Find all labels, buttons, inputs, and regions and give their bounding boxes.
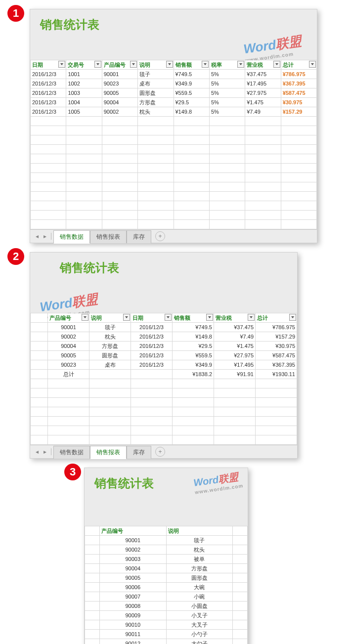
table-row[interactable]: 90001毯子2016/12/3¥749.5¥37.475¥786.975 — [31, 323, 297, 332]
empty-row[interactable] — [31, 201, 317, 211]
table-row[interactable]: 90023桌布2016/12/3¥349.9¥17.495¥367.395 — [31, 360, 297, 370]
table-row[interactable]: 2016/12/3100190001毯子¥749.55%¥37.475¥786.… — [31, 70, 317, 79]
col-desc[interactable]: 说明 — [138, 60, 174, 70]
table-row[interactable]: 90006大碗 — [85, 583, 248, 592]
table-row[interactable]: 90004方形盘 — [85, 564, 248, 573]
col-biztax[interactable]: 营业税 — [214, 313, 256, 323]
table-row[interactable]: 90001毯子 — [85, 536, 248, 545]
filter-icon[interactable] — [58, 61, 65, 68]
col-desc: 说明 — [166, 526, 233, 536]
empty-row[interactable] — [31, 164, 317, 173]
table-row[interactable]: 90005圆形盘 — [85, 573, 248, 583]
tab-inventory[interactable]: 库存 — [127, 230, 151, 243]
step-badge-3: 3 — [64, 464, 81, 480]
panel-title: 销售统计表 — [94, 476, 154, 490]
filter-icon[interactable] — [82, 314, 88, 321]
empty-row[interactable] — [31, 220, 317, 229]
table-row[interactable]: 2016/12/3100290023桌布¥349.95%¥17.495¥367.… — [31, 79, 317, 88]
empty-row[interactable] — [31, 407, 297, 417]
nav-next-icon[interactable]: ▸ — [42, 233, 48, 240]
step-badge-2: 2 — [7, 248, 24, 265]
empty-row[interactable] — [31, 173, 317, 182]
table-row[interactable]: 总计¥1838.2¥91.91¥1930.11 — [31, 370, 297, 379]
empty-row[interactable] — [31, 145, 317, 154]
filter-icon[interactable] — [248, 314, 255, 321]
nav-prev-icon[interactable]: ◂ — [34, 233, 41, 240]
add-sheet-icon[interactable]: + — [155, 447, 165, 457]
nav-prev-icon[interactable]: ◂ — [34, 448, 41, 455]
table-row[interactable]: 90007小碗 — [85, 592, 248, 601]
empty-row[interactable] — [31, 135, 317, 145]
col-biztax[interactable]: 营业税 — [245, 60, 281, 70]
col-tax[interactable]: 税率 — [209, 60, 245, 70]
empty-row[interactable] — [31, 379, 297, 388]
table-row[interactable]: 90010大叉子 — [85, 620, 248, 630]
filter-icon[interactable] — [289, 314, 296, 321]
filter-icon[interactable] — [237, 61, 244, 68]
empty-row[interactable] — [31, 126, 317, 135]
col-desc[interactable]: 说明 — [89, 313, 131, 323]
table-row[interactable]: 90012大勺子 — [85, 639, 248, 644]
empty-row[interactable] — [31, 192, 317, 201]
table-row[interactable]: 90008小圆盘 — [85, 601, 248, 611]
filter-icon[interactable] — [273, 61, 280, 68]
empty-row[interactable] — [31, 388, 297, 398]
table-row[interactable]: 2016/12/3100390005圆形盘¥559.55%¥27.975¥587… — [31, 88, 317, 98]
empty-row[interactable] — [31, 211, 317, 220]
panel-sales-report: Word联盟 www.wordlm.com 销售统计表 产品编号 说明 日期 销… — [30, 252, 298, 459]
table-row[interactable]: 90005圆形盘2016/12/3¥559.5¥27.975¥587.475 — [31, 351, 297, 360]
sales-report-table: 产品编号 说明 日期 销售额 营业税 总计 90001毯子2016/12/3¥7… — [30, 313, 297, 445]
empty-row[interactable] — [31, 417, 297, 426]
filter-icon[interactable] — [166, 61, 173, 68]
col-sales[interactable]: 销售额 — [173, 313, 214, 323]
inventory-table: 产品编号 说明 90001毯子90002枕头90003被单90004方形盘900… — [85, 526, 248, 644]
table-row[interactable]: 90003被单 — [85, 555, 248, 564]
empty-row[interactable] — [31, 398, 297, 407]
empty-row[interactable] — [31, 426, 297, 435]
panel-sales-data: Word联盟 www.wordlm.com 销售统计表 日期 交易号 产品编号 … — [30, 9, 317, 243]
col-prod: 产品编号 — [100, 526, 167, 536]
filter-icon[interactable] — [123, 314, 130, 321]
panel-title: 销售统计表 — [40, 18, 99, 31]
add-sheet-icon[interactable]: + — [155, 231, 165, 241]
filter-icon[interactable] — [202, 61, 209, 68]
empty-row[interactable] — [31, 117, 317, 126]
sheet-tabs: ◂ ▸ 销售数据 销售报表 库存 + — [30, 229, 317, 243]
header-row: 产品编号 说明 — [85, 526, 248, 536]
sheet-tabs: ◂ ▸ 销售数据 销售报表 库存 + — [30, 445, 297, 458]
col-trans[interactable]: 交易号 — [66, 60, 102, 70]
col-date[interactable]: 日期 — [31, 60, 66, 70]
filter-icon[interactable] — [206, 314, 213, 321]
empty-row[interactable] — [31, 154, 317, 164]
col-prod[interactable]: 产品编号 — [48, 313, 89, 323]
header-row: 日期 交易号 产品编号 说明 销售额 税率 营业税 总计 — [31, 60, 317, 70]
nav-next-icon[interactable]: ▸ — [42, 448, 48, 455]
empty-row[interactable] — [31, 182, 317, 192]
filter-icon[interactable] — [94, 61, 101, 68]
step-badge-1: 1 — [7, 5, 24, 22]
table-row[interactable]: 90002枕头2016/12/3¥149.8¥7.49¥157.29 — [31, 332, 297, 342]
table-row[interactable]: 2016/12/3100590002枕头¥149.85%¥7.49¥157.29 — [31, 107, 317, 117]
panel-title: 销售统计表 — [60, 261, 119, 274]
panel-inventory: Word联盟 www.wordlm.com 销售统计表 产品编号 说明 9000… — [84, 468, 248, 644]
table-row[interactable]: 90011小勺子 — [85, 630, 248, 639]
tab-sales-data[interactable]: 销售数据 — [53, 230, 90, 244]
col-total[interactable]: 总计 — [281, 60, 316, 70]
tab-sales-report[interactable]: 销售报表 — [90, 230, 127, 243]
tab-sales-data[interactable]: 销售数据 — [53, 446, 90, 459]
col-date[interactable]: 日期 — [131, 313, 173, 323]
table-row[interactable]: 90002枕头 — [85, 545, 248, 555]
table-row[interactable]: 90009小叉子 — [85, 611, 248, 620]
table-row[interactable]: 2016/12/3100490004方形盘¥29.55%¥1.475¥30.97… — [31, 98, 317, 107]
col-prod[interactable]: 产品编号 — [102, 60, 137, 70]
filter-icon[interactable] — [309, 61, 316, 68]
header-row: 产品编号 说明 日期 销售额 营业税 总计 — [31, 313, 297, 323]
tab-sales-report[interactable]: 销售报表 — [90, 446, 127, 459]
filter-icon[interactable] — [165, 314, 172, 321]
col-sales[interactable]: 销售额 — [174, 60, 209, 70]
filter-icon[interactable] — [130, 61, 137, 68]
table-row[interactable]: 90004方形盘2016/12/3¥29.5¥1.475¥30.975 — [31, 342, 297, 351]
empty-row[interactable] — [31, 435, 297, 445]
col-total[interactable]: 总计 — [256, 313, 297, 323]
tab-inventory[interactable]: 库存 — [127, 446, 151, 459]
